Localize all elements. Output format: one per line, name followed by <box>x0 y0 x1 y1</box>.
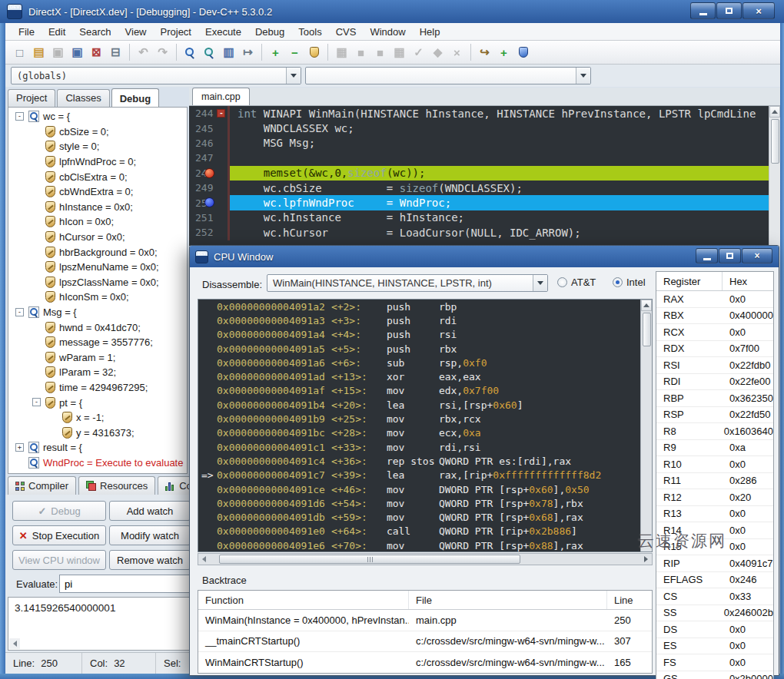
register-row[interactable]: RDI0x22fe00 <box>656 374 773 391</box>
tab-compiler[interactable]: Compiler <box>8 476 76 495</box>
syntax-check-button[interactable]: ✓ <box>409 43 428 62</box>
disasm-row[interactable]: 0x00000000004091c1<+33>:movrdi,rsi <box>198 440 652 454</box>
find-in-files-button[interactable] <box>200 43 219 62</box>
disasm-row[interactable]: 0x00000000004091e6<+70>:movQWORD PTR [rs… <box>198 538 652 552</box>
register-row[interactable]: GS0x2b0000 <box>656 671 773 679</box>
cpu-maximize-button[interactable] <box>719 248 741 263</box>
cpu-window-title-bar[interactable]: DEV CPU Window × <box>190 246 779 267</box>
disasm-row[interactable]: 0x00000000004091c4<+36>:rep stosQWORD PT… <box>198 454 652 468</box>
add-to-project-button[interactable]: + <box>266 43 285 62</box>
abort-compilation-button[interactable]: × <box>447 43 467 62</box>
scroll-up-button[interactable] <box>641 300 652 311</box>
disasm-row[interactable]: 0x00000000004091a2<+2>:pushrbp <box>198 300 652 313</box>
menu-search[interactable]: Search <box>72 24 118 40</box>
watch-tree-item[interactable]: lParam = 32; <box>8 365 187 380</box>
disasm-row[interactable]: 0x00000000004091a5<+5>:pushrbx <box>198 342 652 356</box>
disasm-row[interactable]: 0x00000000004091e0<+64>:callQWORD PTR [r… <box>198 525 652 538</box>
debug-shield-button[interactable] <box>513 43 533 62</box>
view-cpu-window-button[interactable]: View CPU window <box>12 550 106 570</box>
scrollbar-thumb[interactable] <box>771 119 779 164</box>
code-text[interactable]: memset(&wc,0,sizeof(wc)); <box>230 166 769 181</box>
code-text[interactable]: MSG Msg; <box>230 136 769 151</box>
register-row[interactable]: RSP0x22fd50 <box>656 407 773 424</box>
menu-edit[interactable]: Edit <box>42 24 72 40</box>
remove-watch-button[interactable]: Remove watch <box>109 550 191 570</box>
breakpoint-icon[interactable] <box>204 168 214 178</box>
watch-tree-item[interactable]: +result = { <box>8 440 187 455</box>
watch-tree-item[interactable]: -wc = { <box>8 109 187 124</box>
watch-tree-item[interactable]: x = -1; <box>8 410 187 426</box>
editor-vertical-scrollbar[interactable] <box>769 106 780 246</box>
disasm-row[interactable]: 0x00000000004091ce<+46>:movDWORD PTR [rs… <box>198 482 652 496</box>
scroll-left-button[interactable] <box>198 554 210 565</box>
watch-tree-item[interactable]: lpszClassName = 0x0; <box>8 275 187 290</box>
scroll-right-button[interactable] <box>640 554 652 565</box>
disasm-row[interactable]: 0x00000000004091db<+59>:movQWORD PTR [rs… <box>198 510 652 524</box>
code-text[interactable]: wc.cbSize = sizeof(WNDCLASSEX); <box>230 181 769 195</box>
disasm-row[interactable]: 0x00000000004091bc<+28>:movecx,0xa <box>198 426 652 440</box>
code-text[interactable]: wc.hInstance = hInstance; <box>230 210 769 225</box>
scope-combobox-arrow[interactable] <box>286 68 301 84</box>
code-text[interactable]: int WINAPI WinMain(HINSTANCE hInstance, … <box>230 106 769 121</box>
close-file-button[interactable]: ⊠ <box>87 43 106 62</box>
register-row[interactable]: R120x20 <box>656 489 773 506</box>
radio-icon[interactable] <box>613 277 623 287</box>
add-template-button[interactable]: + <box>494 43 513 62</box>
watch-tree-item[interactable]: -pt = { <box>8 395 187 410</box>
tab-compile-log[interactable]: Compile Log <box>158 476 189 495</box>
watch-tree-item[interactable]: cbClsExtra = 0; <box>8 169 187 184</box>
menu-tools[interactable]: Tools <box>291 24 328 40</box>
register-row[interactable]: CS0x33 <box>656 588 773 605</box>
syntax-radio-att[interactable]: AT&T <box>557 277 596 288</box>
watch-tree-item[interactable]: time = 4294967295; <box>8 380 187 396</box>
disassembly-panel[interactable]: 0x00000000004091a2<+2>:pushrbp0x00000000… <box>198 299 653 552</box>
watch-tree-item[interactable]: WndProc = Execute to evaluate <box>8 455 187 471</box>
disasm-row[interactable]: 0x00000000004091a4<+4>:pushrsi <box>198 328 652 342</box>
register-row[interactable]: RBX0x400000 <box>656 308 773 325</box>
register-row[interactable]: R90xa <box>656 440 773 457</box>
rebuild-all-button[interactable]: ▦ <box>390 43 409 62</box>
save-all-button[interactable]: ▣ <box>68 43 87 62</box>
disassembly-horizontal-scrollbar[interactable] <box>198 553 653 565</box>
insert-button[interactable]: ↪ <box>475 43 494 62</box>
register-row[interactable]: R110x286 <box>656 473 773 490</box>
remove-from-project-button[interactable]: − <box>285 43 304 62</box>
scrollbar-thumb[interactable] <box>219 555 520 564</box>
gutter-line-number[interactable]: 245 <box>189 121 228 135</box>
register-row[interactable]: RDX0x7f00 <box>656 341 773 358</box>
collapse-icon[interactable]: - <box>32 398 41 406</box>
profile-shield-button[interactable] <box>304 43 324 62</box>
menu-debug[interactable]: Debug <box>248 24 291 40</box>
add-watch-button[interactable]: Add watch <box>109 501 191 521</box>
disassembly-vertical-scrollbar[interactable] <box>640 300 652 551</box>
syntax-radio-intel[interactable]: Intel <box>613 277 646 288</box>
gutter-line-number[interactable]: 246 <box>189 136 228 151</box>
editor-tab-main-cpp[interactable]: main.cpp <box>192 88 250 105</box>
watch-tree-item[interactable]: hCursor = 0x0; <box>8 230 187 245</box>
member-combobox-arrow[interactable] <box>576 68 590 84</box>
code-line-246[interactable]: 246 MSG Msg; <box>189 136 769 151</box>
watch-tree-item[interactable]: style = 0; <box>8 139 187 154</box>
tab-debug[interactable]: Debug <box>111 88 159 108</box>
cpu-minimize-button[interactable] <box>696 248 718 263</box>
register-row[interactable]: R100x0 <box>656 456 773 473</box>
code-line-250[interactable]: 250 wc.lpfnWndProc = WndProc; <box>189 195 769 210</box>
backtrace-row[interactable]: __tmainCRTStartup()c:/crossdev/src/mingw… <box>198 631 652 653</box>
open-file-button[interactable]: ▤ <box>29 43 48 62</box>
run-button[interactable]: ■ <box>351 43 370 62</box>
gutter-line-number[interactable]: 250 <box>189 195 228 210</box>
watch-tree-item[interactable]: hbrBackground = 0x0; <box>8 244 187 260</box>
register-row[interactable]: RSI0x22fdb0 <box>656 357 773 374</box>
watch-tree-item[interactable]: lpszMenuName = 0x0; <box>8 260 187 275</box>
register-row[interactable]: R80x1603640 <box>656 423 773 440</box>
modify-watch-button[interactable]: Modify watch <box>109 525 191 545</box>
backtrace-row[interactable]: WinMainCRTStartup()c:/crossdev/src/mingw… <box>198 652 652 674</box>
watch-tree-item[interactable]: y = 4316373; <box>8 425 187 440</box>
watch-tree-item[interactable]: hIcon = 0x0; <box>8 214 187 230</box>
watch-tree-item[interactable]: lpfnWndProc = 0; <box>8 154 187 170</box>
watch-tree-item[interactable]: cbWndExtra = 0; <box>8 184 187 200</box>
menu-execute[interactable]: Execute <box>198 24 248 40</box>
code-line-252[interactable]: 252 wc.hCursor = LoadCursor(NULL, IDC_AR… <box>189 225 769 240</box>
minimize-button[interactable] <box>690 2 716 19</box>
gutter-line-number[interactable]: 251 <box>189 210 228 225</box>
